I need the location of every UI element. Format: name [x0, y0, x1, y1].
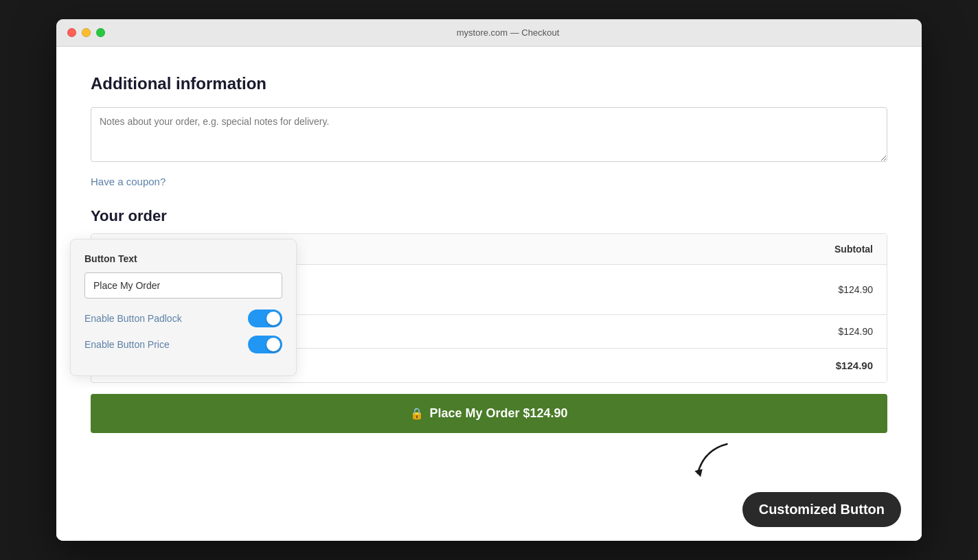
maximize-button[interactable] [96, 28, 105, 37]
your-order-title: Your order [91, 207, 887, 225]
browser-window: mystore.com — Checkout Button Text Enabl… [56, 19, 922, 541]
enable-price-toggle[interactable] [248, 336, 282, 353]
col-subtotal: Subtotal [834, 244, 873, 255]
row-subtotal: $124.90 [838, 284, 873, 295]
minimize-button[interactable] [82, 28, 91, 37]
browser-content: Button Text Enable Button Padlock Enable… [56, 47, 922, 541]
panel-button-text-label: Button Text [84, 253, 282, 264]
lock-icon: 🔒 [410, 407, 424, 420]
browser-titlebar: mystore.com — Checkout [56, 19, 922, 47]
total-value: $124.90 [836, 360, 873, 371]
additional-info-title: Additional information [91, 74, 887, 93]
price-slider [248, 336, 282, 353]
browser-url: mystore.com — Checkout [105, 27, 911, 38]
coupon-link[interactable]: Have a coupon? [91, 176, 166, 187]
enable-price-label: Enable Button Price [84, 339, 170, 350]
enable-padlock-label: Enable Button Padlock [84, 313, 182, 324]
floating-panel: Button Text Enable Button Padlock Enable… [70, 239, 297, 376]
enable-padlock-toggle[interactable] [248, 310, 282, 327]
price-knob [266, 338, 280, 351]
padlock-slider [248, 310, 282, 327]
close-button[interactable] [67, 28, 76, 37]
traffic-lights [67, 28, 105, 37]
panel-padlock-row: Enable Button Padlock [84, 310, 282, 327]
subtotal-value: $124.90 [838, 326, 873, 337]
checkout-button[interactable]: 🔒 Place My Order $124.90 [91, 394, 887, 433]
checkout-button-label: Place My Order $124.90 [429, 406, 567, 421]
padlock-knob [266, 312, 280, 325]
order-notes-textarea[interactable] [91, 107, 887, 162]
button-text-input[interactable] [84, 272, 282, 299]
panel-price-row: Enable Button Price [84, 336, 282, 353]
